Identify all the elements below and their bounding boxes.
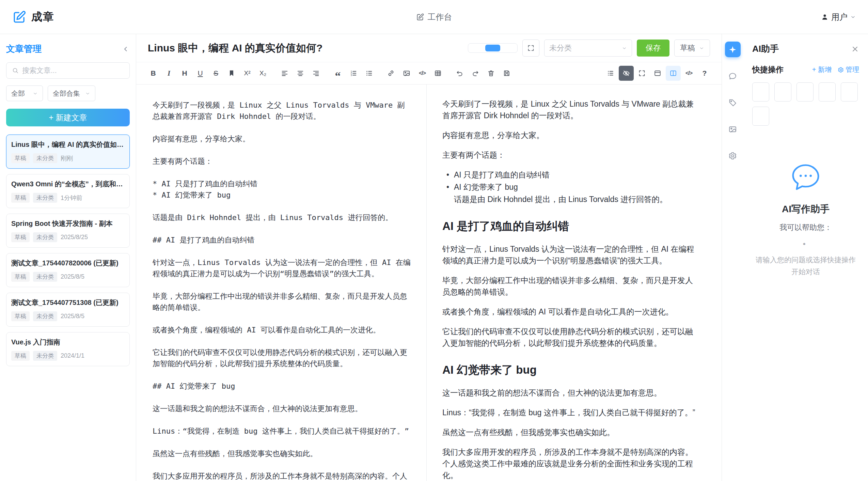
- filter-status-select[interactable]: 全部: [6, 86, 43, 101]
- preview-block: •针对这一点，Linus Torvalds 认为这一说法有一定的合理性，但 AI…: [442, 243, 700, 266]
- manage-label: 管理: [846, 65, 859, 74]
- status-select-value: 草稿: [680, 43, 695, 53]
- article-item-title: Vue.js 入门指南: [11, 338, 125, 347]
- toolbar-bold[interactable]: B: [146, 66, 161, 81]
- strip-tag-icon[interactable]: [725, 95, 741, 110]
- category-select-value: 未分类: [549, 43, 572, 53]
- toolbar-italic[interactable]: I: [161, 66, 176, 81]
- ai-panel-title: AI助手: [752, 43, 779, 55]
- edit-icon: [416, 13, 424, 21]
- category-badge: 未分类: [33, 232, 57, 242]
- toolbar-preview-toggle[interactable]: [619, 66, 634, 81]
- user-menu[interactable]: 用户: [821, 12, 856, 22]
- tab-edit[interactable]: [469, 45, 484, 51]
- toolbar-undo[interactable]: [452, 66, 467, 81]
- split-editor: 今天刷到了一段视频，是 Linux 之父 Linus Torvalds 与 VM…: [136, 84, 722, 481]
- search-input[interactable]: [22, 66, 124, 75]
- filter-collection-select[interactable]: 全部合集: [48, 86, 95, 101]
- quick-action-button[interactable]: [752, 82, 769, 102]
- search-box[interactable]: [6, 62, 130, 79]
- quick-action-button[interactable]: [752, 107, 769, 126]
- category-select[interactable]: 未分类: [544, 40, 632, 57]
- toolbar-link[interactable]: [383, 66, 398, 81]
- close-icon[interactable]: [851, 45, 859, 53]
- toolbar-subscript[interactable]: X₂: [255, 66, 270, 81]
- toolbar-bookmark[interactable]: [224, 66, 239, 81]
- toolbar-redo[interactable]: [468, 66, 483, 81]
- editor-fullscreen-button[interactable]: [522, 40, 539, 57]
- manage-quick-actions-button[interactable]: 管理: [838, 65, 859, 74]
- tab-preview[interactable]: [501, 45, 516, 51]
- toolbar-blockquote[interactable]: “: [330, 66, 345, 81]
- article-item-title: 测试文章_1754407751308 (已更新): [11, 298, 125, 307]
- article-title-heading: Linus 眼中，编程 AI 的真实价值如何?: [148, 41, 463, 55]
- preview-pane: •今天刷到了一段视频，是 Linux 之父 Linus Torvalds 与 V…: [427, 84, 722, 481]
- article-item-6[interactable]: Vue.js 入门指南 草稿 未分类 2024/1/1: [6, 332, 130, 366]
- toolbar-align-left[interactable]: [277, 66, 292, 81]
- markdown-source[interactable]: 今天刷到了一段视频，是 Linux 之父 Linus Torvalds 与 VM…: [153, 99, 411, 481]
- toolbar-ordered-list[interactable]: 123: [346, 66, 361, 81]
- toolbar-align-right[interactable]: [309, 66, 323, 81]
- toolbar-fullscreen[interactable]: [634, 66, 649, 81]
- main-layout: 文章管理 全部 全部合集 +: [0, 34, 868, 481]
- quick-action-button[interactable]: [774, 82, 791, 102]
- app-name: 成章: [31, 10, 54, 25]
- strip-chat-icon[interactable]: [725, 68, 741, 84]
- toolbar-superscript[interactable]: X²: [240, 66, 255, 81]
- toolbar-toolbar-toggle[interactable]: [650, 66, 665, 81]
- add-quick-action-button[interactable]: + 新增: [812, 65, 832, 74]
- filter-status-value: 全部: [11, 89, 25, 98]
- toolbar-separator: [324, 66, 330, 81]
- toolbar-heading[interactable]: H: [177, 66, 192, 81]
- tab-split[interactable]: [485, 45, 500, 51]
- save-button[interactable]: 保存: [637, 40, 669, 57]
- sidebar-collapse-button[interactable]: [122, 45, 130, 53]
- preview-block: •我们大多应用开发的程序员，所涉及的工作本身就不是特别高深的内容。个人感觉这类工…: [442, 446, 700, 481]
- preview-block: •内容挺有意思，分享给大家。: [442, 129, 700, 141]
- preview-block: •或者换个角度，编程领域的 AI 可以看作是自动化工具的一次进化。: [442, 306, 700, 317]
- toolbar-underline[interactable]: U: [193, 66, 208, 81]
- toolbar-unordered-list[interactable]: [362, 66, 377, 81]
- article-item-meta: 草稿 未分类 2025/8/25: [11, 232, 125, 242]
- quick-action-button[interactable]: [796, 82, 814, 102]
- preview-block: •虽然这一点有些残酷，但我感觉事实也确实如此。: [442, 426, 700, 438]
- article-item-4[interactable]: 测试文章_1754407820006 (已更新) 草稿 未分类 2025/8/5: [6, 253, 130, 287]
- status-badge: 草稿: [11, 351, 30, 361]
- status-select[interactable]: 草稿: [674, 40, 710, 57]
- toolbar-separator: [377, 66, 383, 81]
- app-logo-icon: [12, 10, 27, 24]
- toolbar-separator: [446, 66, 452, 81]
- strip-ai-assistant-icon[interactable]: [725, 42, 741, 57]
- preview-content: •今天刷到了一段视频，是 Linux 之父 Linus Torvalds 与 V…: [442, 98, 700, 481]
- toolbar-split-view[interactable]: [666, 66, 681, 81]
- quick-action-button[interactable]: [841, 82, 858, 102]
- workbench-link[interactable]: 工作台: [416, 12, 452, 22]
- status-badge: 草稿: [11, 153, 30, 163]
- toolbar-help[interactable]: ?: [697, 66, 712, 81]
- toolbar-table[interactable]: [430, 66, 445, 81]
- article-item-5[interactable]: 测试文章_1754407751308 (已更新) 草稿 未分类 2025/8/5: [6, 293, 130, 327]
- quick-action-button[interactable]: [819, 82, 836, 102]
- article-item-meta: 草稿 未分类 1分钟前: [11, 193, 125, 203]
- toolbar-align-center[interactable]: [293, 66, 308, 81]
- article-item-3[interactable]: Spring Boot 快速开发指南 - 副本 草稿 未分类 2025/8/25: [6, 214, 130, 248]
- category-badge: 未分类: [33, 272, 57, 282]
- toolbar-image[interactable]: [399, 66, 414, 81]
- strip-template-icon[interactable]: [725, 121, 741, 137]
- app-brand[interactable]: 成章: [12, 10, 54, 25]
- new-article-button[interactable]: + 新建文章: [6, 109, 130, 126]
- workbench-label: 工作台: [428, 12, 452, 22]
- markdown-source-pane[interactable]: 今天刷到了一段视频，是 Linux 之父 Linus Torvalds 与 VM…: [136, 84, 427, 481]
- article-item-1[interactable]: Linus 眼中，编程 AI 的真实价值如何? 草稿 未分类 刚刚: [6, 135, 130, 169]
- toolbar-delete[interactable]: [484, 66, 499, 81]
- preview-block: •Linus：“我觉得，在制造 bug 这件事上，我们人类自己就干得挺好的了。”: [442, 407, 700, 418]
- toolbar-source-code[interactable]: </>: [681, 66, 696, 81]
- bullet-marker: •: [446, 169, 449, 181]
- toolbar-outline[interactable]: [603, 66, 618, 81]
- toolbar-save-file[interactable]: [499, 66, 514, 81]
- strip-settings-icon[interactable]: [725, 148, 741, 164]
- article-item-meta: 草稿 未分类 刚刚: [11, 153, 125, 163]
- article-item-2[interactable]: Qwen3 Omni 的“全模态”，到底和多模 草稿 未分类 1分钟前: [6, 174, 130, 208]
- toolbar-inline-code[interactable]: </>: [415, 66, 430, 81]
- toolbar-strikethrough[interactable]: S: [208, 66, 223, 81]
